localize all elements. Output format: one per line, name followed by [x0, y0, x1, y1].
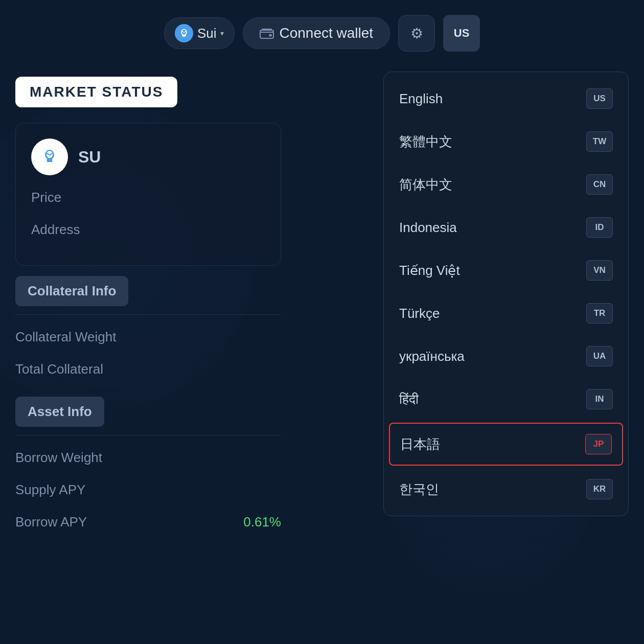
lang-code-badge-us: US — [586, 88, 613, 109]
settings-button[interactable]: ⚙ — [398, 15, 435, 52]
lang-code-badge-tr: TR — [586, 303, 613, 324]
sui-asset-icon — [38, 146, 61, 168]
lang-name-us: English — [399, 91, 443, 107]
chevron-down-icon: ▾ — [220, 29, 224, 37]
lang-code-badge-vn: VN — [586, 260, 613, 281]
lang-name-jp: 日本語 — [400, 435, 440, 453]
lang-name-kr: 한국인 — [399, 480, 439, 498]
connect-wallet-label: Connect wallet — [279, 25, 373, 41]
lang-code-badge-cn: CN — [586, 174, 613, 195]
lang-item-tr[interactable]: TürkçeTR — [384, 292, 628, 335]
lang-item-cn[interactable]: 简体中文CN — [384, 163, 628, 206]
lang-code-badge-tw: TW — [586, 131, 613, 152]
collateral-info-header: Collateral Info — [15, 276, 128, 306]
lang-item-us[interactable]: EnglishUS — [384, 77, 628, 120]
sui-label: Sui — [197, 26, 217, 41]
sui-network-button[interactable]: Sui ▾ — [164, 17, 235, 49]
svg-rect-0 — [260, 30, 273, 38]
header: Sui ▾ Connect wallet ⚙ US — [0, 0, 644, 66]
wallet-icon — [260, 28, 274, 39]
lang-name-tw: 繁體中文 — [399, 133, 452, 151]
main-content: MARKET STATUS SU Price Address Collatera… — [0, 66, 296, 644]
lang-code: US — [454, 27, 470, 40]
lang-code-badge-id: ID — [586, 217, 613, 238]
lang-item-id[interactable]: IndonesiaID — [384, 206, 628, 249]
svg-rect-1 — [269, 34, 272, 36]
lang-code-badge-in: IN — [586, 389, 613, 409]
borrow-apy-value: 0.61% — [243, 514, 281, 530]
lang-name-tr: Türkçe — [399, 306, 440, 321]
asset-info-divider — [15, 435, 281, 435]
settings-icon: ⚙ — [410, 25, 423, 42]
asset-ticker: SU — [78, 148, 101, 167]
lang-name-ua: українська — [399, 349, 465, 364]
borrow-apy-row: Borrow APY 0.61% — [15, 510, 281, 534]
lang-item-tw[interactable]: 繁體中文TW — [384, 120, 628, 163]
total-collateral-field: Total Collateral — [15, 357, 281, 381]
asset-logo — [31, 139, 68, 175]
lang-name-id: Indonesia — [399, 220, 457, 236]
lang-code-badge-kr: KR — [586, 479, 613, 499]
asset-icon-row: SU — [31, 139, 265, 175]
lang-item-ua[interactable]: українськаUA — [384, 335, 628, 378]
market-status-badge: MARKET STATUS — [15, 77, 177, 107]
lang-code-badge-jp: JP — [585, 434, 612, 454]
lang-item-vn[interactable]: Tiếng ViệtVN — [384, 249, 628, 292]
svg-point-2 — [38, 146, 61, 168]
collateral-info-section: Collateral Info Collateral Weight Total … — [15, 276, 281, 381]
borrow-weight-field: Borrow Weight — [15, 446, 281, 470]
language-dropdown: EnglishUS繁體中文TW简体中文CNIndonesiaIDTiếng Vi… — [383, 72, 629, 516]
sui-icon — [175, 24, 193, 42]
collateral-divider — [15, 314, 281, 315]
lang-item-kr[interactable]: 한국인KR — [384, 468, 628, 511]
asset-info-header: Asset Info — [15, 397, 104, 427]
supply-apy-field: Supply APY — [15, 478, 281, 502]
lang-name-vn: Tiếng Việt — [399, 263, 460, 279]
lang-name-in: हिंदी — [399, 392, 419, 407]
language-button[interactable]: US — [443, 15, 480, 52]
asset-card: SU Price Address — [15, 123, 281, 266]
lang-name-cn: 简体中文 — [399, 176, 452, 194]
market-status-label: MARKET STATUS — [30, 84, 163, 100]
collateral-weight-field: Collateral Weight — [15, 325, 281, 349]
connect-wallet-button[interactable]: Connect wallet — [243, 17, 390, 49]
lang-item-jp[interactable]: 日本語JP — [389, 423, 623, 466]
asset-info-section: Asset Info Borrow Weight Supply APY Borr… — [15, 397, 281, 534]
address-field: Address — [31, 218, 265, 242]
borrow-apy-label: Borrow APY — [15, 510, 87, 534]
price-field: Price — [31, 186, 265, 210]
lang-code-badge-ua: UA — [586, 346, 613, 366]
lang-item-in[interactable]: हिंदीIN — [384, 378, 628, 421]
